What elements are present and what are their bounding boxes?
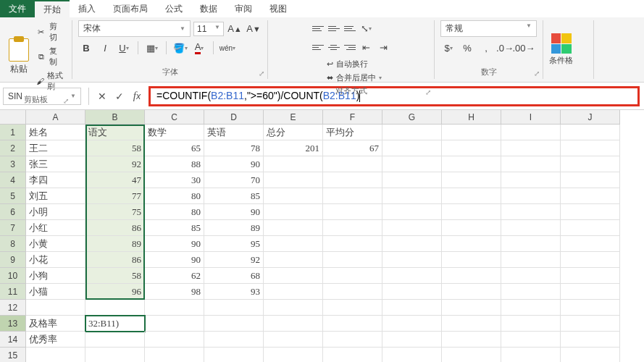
cut-button[interactable]: ✂剪切 [35,20,66,43]
cell-C13[interactable] [145,316,204,332]
cell-I11[interactable] [501,284,561,300]
align-center-button[interactable] [327,41,341,54]
row-header-13[interactable]: 13 [0,316,26,332]
cell-A4[interactable]: 李四 [26,172,85,188]
cell-J4[interactable] [561,172,620,188]
comma-button[interactable]: , [478,40,494,56]
cell-G14[interactable] [382,332,442,348]
cell-F8[interactable] [323,236,382,252]
cell-B5[interactable]: 77 [85,188,145,204]
cell-F13[interactable] [323,316,382,332]
column-header-G[interactable]: G [382,110,442,125]
cell-I15[interactable] [501,348,561,362]
row-header-7[interactable]: 7 [0,220,26,236]
cell-J14[interactable] [561,332,620,348]
align-top-button[interactable] [311,22,325,35]
cell-C9[interactable]: 90 [145,252,204,268]
cell-G5[interactable] [382,188,442,204]
column-header-F[interactable]: F [323,110,382,125]
increase-font-button[interactable]: A▲ [227,21,243,37]
cell-A1[interactable]: 姓名 [26,125,85,140]
cell-G15[interactable] [382,348,442,362]
cell-J8[interactable] [561,236,620,252]
cancel-formula-button[interactable]: ✕ [93,88,111,105]
row-header-2[interactable]: 2 [0,140,26,156]
cell-D8[interactable]: 95 [204,236,264,252]
cell-J7[interactable] [561,220,620,236]
font-color-button[interactable]: A▾ [191,40,207,56]
merge-center-button[interactable]: ⬌合并后居中▾ [326,72,382,84]
cell-C11[interactable]: 98 [145,284,204,300]
cell-H11[interactable] [442,284,501,300]
cell-C14[interactable] [145,332,204,348]
cell-B12[interactable] [85,300,145,316]
cell-I9[interactable] [501,252,561,268]
cell-A15[interactable] [26,348,85,362]
cell-E15[interactable] [264,348,323,362]
cell-C1[interactable]: 数学 [145,125,204,140]
column-header-E[interactable]: E [264,110,323,125]
cell-B3[interactable]: 92 [85,156,145,172]
dialog-launcher-icon[interactable]: ⤢ [534,70,540,77]
cell-A6[interactable]: 小明 [26,204,85,220]
cell-J15[interactable] [561,348,620,362]
cell-J1[interactable] [561,125,620,140]
cell-G7[interactable] [382,220,442,236]
cell-F1[interactable]: 平均分 [323,125,382,140]
row-header-14[interactable]: 14 [0,332,26,348]
cell-F5[interactable] [323,188,382,204]
cell-E7[interactable] [264,220,323,236]
cell-D14[interactable] [204,332,264,348]
cell-D9[interactable]: 92 [204,252,264,268]
row-header-4[interactable]: 4 [0,172,26,188]
cell-B1[interactable]: 语文 [85,125,145,140]
cell-A9[interactable]: 小花 [26,252,85,268]
tab-home[interactable]: 开始 [35,0,70,17]
cell-J13[interactable] [561,316,620,332]
cell-G9[interactable] [382,252,442,268]
cell-B13[interactable]: 32:B11) [85,316,145,332]
cell-C7[interactable]: 85 [145,220,204,236]
tab-file[interactable]: 文件 [0,0,35,17]
cell-D7[interactable]: 89 [204,220,264,236]
cell-E5[interactable] [264,188,323,204]
cell-D4[interactable]: 70 [204,172,264,188]
cell-I1[interactable] [501,125,561,140]
cell-G6[interactable] [382,204,442,220]
cell-B4[interactable]: 47 [85,172,145,188]
select-all-corner[interactable] [0,110,26,125]
cell-D11[interactable]: 93 [204,284,264,300]
cell-G10[interactable] [382,268,442,284]
cell-E12[interactable] [264,300,323,316]
cell-B9[interactable]: 86 [85,252,145,268]
cell-C10[interactable]: 62 [145,268,204,284]
tab-insert[interactable]: 插入 [70,0,104,17]
row-header-11[interactable]: 11 [0,284,26,300]
row-header-8[interactable]: 8 [0,236,26,252]
cell-D6[interactable]: 90 [204,204,264,220]
italic-button[interactable]: I [97,40,113,56]
cell-F9[interactable] [323,252,382,268]
align-left-button[interactable] [311,41,325,54]
cell-E2[interactable]: 201 [264,140,323,156]
cell-J9[interactable] [561,252,620,268]
cell-G12[interactable] [382,300,442,316]
paste-button[interactable]: 粘贴 [6,35,32,78]
cell-E3[interactable] [264,156,323,172]
cell-D13[interactable] [204,316,264,332]
cell-H13[interactable] [442,316,501,332]
cell-B11[interactable]: 96 [85,284,145,300]
column-header-H[interactable]: H [442,110,501,125]
cell-J3[interactable] [561,156,620,172]
tab-review[interactable]: 审阅 [226,0,261,17]
column-header-A[interactable]: A [26,110,85,125]
align-right-button[interactable] [343,41,357,54]
column-header-D[interactable]: D [204,110,264,125]
cell-D10[interactable]: 68 [204,268,264,284]
cell-E14[interactable] [264,332,323,348]
cell-F11[interactable] [323,284,382,300]
cell-I6[interactable] [501,204,561,220]
cell-J12[interactable] [561,300,620,316]
cell-H7[interactable] [442,220,501,236]
increase-decimal-button[interactable]: .0→ [497,40,513,56]
